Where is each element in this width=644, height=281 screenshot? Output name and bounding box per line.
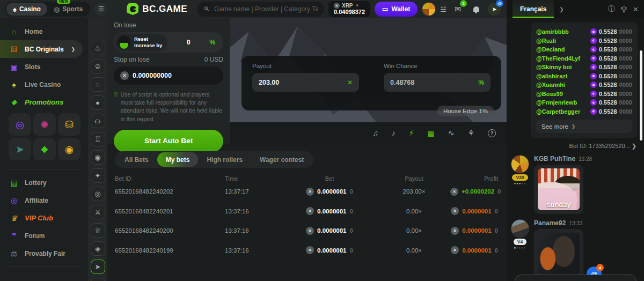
tip-username[interactable]: @Ruzli <box>536 38 556 44</box>
sidebar-item[interactable]: ▤ Lottery <box>0 174 88 191</box>
bc-game-logo[interactable]: BC.GAME <box>127 3 187 15</box>
chevron-right-icon[interactable]: ❯ <box>559 6 564 12</box>
win-chance-input[interactable]: 0.48768 % <box>384 73 491 92</box>
promo-tile[interactable]: ✺ <box>33 113 56 136</box>
tip-username[interactable]: @Frmjenriewb <box>536 99 577 106</box>
bet-table-row[interactable]: 65520168482240199 13:37:16 ✕ 0.00000010 … <box>115 241 498 261</box>
sidebar-item-promotions[interactable]: ⬥ Promotions <box>0 93 88 111</box>
chat-username[interactable]: Paname92 <box>534 219 566 227</box>
game-shortcut[interactable]: ♙ <box>91 278 105 281</box>
tip-username[interactable]: @Carpetbegger <box>536 108 580 115</box>
account-menu-icon[interactable]: ☱ <box>440 5 447 13</box>
chat-gif-image[interactable] <box>538 233 580 275</box>
bets-tab[interactable]: Wager contest <box>251 152 312 167</box>
sidebar-divider <box>9 169 79 169</box>
casino-tab[interactable]: ♠ Casino <box>6 3 47 16</box>
game-shortcut[interactable]: ♖ <box>91 132 105 146</box>
sidebar-item[interactable]: ♛ VIP Club <box>0 209 88 227</box>
search-input[interactable] <box>214 5 318 13</box>
game-shortcut[interactable]: ♕ <box>91 223 105 238</box>
time-cell: 13:37:16 <box>225 208 281 215</box>
sidebar-item[interactable]: ⚖ Provably Fair <box>0 245 88 262</box>
mail-button[interactable]: ✉ 2 <box>451 2 465 16</box>
sidebar-item[interactable]: ♠ Live Casino <box>0 76 88 93</box>
game-toolbar-icon[interactable]: ∿ <box>448 129 455 137</box>
tip-amount: ¢ 0.55280000 <box>590 91 632 97</box>
game-shortcut[interactable]: ➤ <box>91 260 105 274</box>
game-toolbar-icon[interactable]: ⚡ <box>409 129 414 137</box>
game-toolbar-icon[interactable]: ▦ <box>427 129 434 137</box>
bets-tab[interactable]: My bets <box>157 152 199 167</box>
promo-tile[interactable]: ◎ <box>9 113 31 136</box>
wallet-button[interactable]: ▭ Wallet <box>375 2 418 17</box>
game-shortcut[interactable]: ✦ <box>91 168 105 183</box>
tip-amount: ¢ 0.55280000 <box>590 64 632 70</box>
promo-tile[interactable]: ➤ <box>9 138 31 160</box>
reset-increase-toggle[interactable]: Reset Increase by <box>115 34 167 51</box>
game-shortcut[interactable]: ◌ <box>91 77 105 92</box>
search-icon: 🔍︎ <box>203 5 210 13</box>
see-more-button[interactable]: See more ❯ <box>536 120 632 133</box>
chat-input-box[interactable] <box>515 275 636 281</box>
chat-username[interactable]: KGB PuhTine <box>534 155 575 162</box>
avatar[interactable] <box>511 219 529 238</box>
sidebar-item[interactable]: ⚄ BC Originals ❯ <box>0 40 83 58</box>
user-avatar[interactable] <box>422 2 436 16</box>
bet-table-row[interactable]: 65520168482240202 13:37:17 ✕ 0.00000010 … <box>115 182 498 202</box>
promo-tile[interactable]: ◉ <box>58 138 80 160</box>
payout-input[interactable]: 203.00 ✕ <box>252 73 359 92</box>
sidebar-item[interactable]: ◎ Affiliate <box>0 191 88 209</box>
game-shortcut[interactable]: ♨ <box>91 41 105 55</box>
tip-username[interactable]: @TheFiend4Lyf <box>536 55 580 62</box>
chat-language-tab[interactable]: Français <box>513 0 554 18</box>
avatar[interactable] <box>511 155 529 173</box>
bcd-coin-icon: ¢ <box>590 82 597 88</box>
tip-username[interactable]: @alishirazi <box>536 73 567 79</box>
game-toolbar-icon[interactable]: ? <box>488 129 496 137</box>
bet-id-link[interactable]: Bet ID: 17335292520... ❯ <box>510 143 636 150</box>
tip-username[interactable]: @Boss99 <box>536 91 563 97</box>
stop-on-lose-label: Stop on lose <box>114 56 150 63</box>
game-shortcut[interactable]: ◉ <box>91 150 105 165</box>
on-lose-value-input[interactable]: 0 <box>167 39 209 46</box>
bet-table-row[interactable]: 65520168482240201 13:37:16 ✕ 0.00000010 … <box>115 202 498 221</box>
tip-username[interactable]: @Xuannhi <box>536 82 565 88</box>
sidebar-item-label: Forum <box>25 232 45 240</box>
game-toolbar-icon[interactable]: ⚘ <box>467 129 474 137</box>
chat-toggle-button[interactable]: ➤ @ <box>487 2 501 16</box>
bets-section: All Bets My bets High rollers Wager cont… <box>107 144 507 281</box>
sidebar-item[interactable]: ▣ Slots <box>0 58 88 76</box>
tip-username[interactable]: @amirbbbb <box>536 28 569 35</box>
promo-tile[interactable]: ⛁ <box>58 113 80 136</box>
game-toolbar-icon[interactable]: ♫ <box>372 129 378 137</box>
bets-tab[interactable]: All Bets <box>116 152 157 167</box>
close-icon[interactable]: ✕ <box>633 5 639 13</box>
stop-on-lose-input[interactable]: ✕ 0.000000000 <box>114 66 223 85</box>
game-shortcut[interactable]: ◎ <box>91 187 105 201</box>
tip-username[interactable]: @Skinny boi <box>536 64 572 70</box>
game-toolbar-icon[interactable]: ♪ <box>392 129 396 137</box>
game-shortcut[interactable]: ♔ <box>91 59 105 73</box>
menu-button[interactable]: ☰ <box>94 3 107 16</box>
disclaimer-text: Use of script is optional and players mu… <box>121 91 223 123</box>
gif-caption: sunday <box>546 201 571 210</box>
basketball-icon: ◍ <box>54 5 60 13</box>
trophy-icon[interactable]: 🏆︎ <box>620 5 627 13</box>
chat-gif-image[interactable]: sunday <box>538 168 580 210</box>
game-shortcut[interactable]: ● <box>91 95 105 110</box>
game-shortcut[interactable]: ◈ <box>91 241 105 256</box>
chat-scrollbar[interactable] <box>640 50 642 140</box>
bet-table-row[interactable]: 65520168482240200 13:37:16 ✕ 0.00000010 … <box>115 221 498 241</box>
bets-tab[interactable]: High rollers <box>198 152 251 167</box>
game-shortcut[interactable]: ⛀ <box>91 114 105 128</box>
game-shortcut[interactable]: ⚔ <box>91 205 105 219</box>
game-search[interactable]: 🔍︎ <box>197 2 324 17</box>
sports-tab[interactable]: NEW ◍ Sports <box>47 3 89 16</box>
sidebar-item[interactable]: ❞ Forum <box>0 227 88 245</box>
notifications-button[interactable] <box>469 2 483 16</box>
sidebar-item[interactable]: ⌂ Home <box>0 23 88 40</box>
promo-tile[interactable]: ⬥ <box>33 138 56 160</box>
chat-rules-icon[interactable]: ⓘ <box>608 4 615 14</box>
tip-username[interactable]: @Decland <box>536 46 565 53</box>
currency-selector[interactable]: ✕ XRP ▼ 0.04098372 <box>328 1 370 17</box>
